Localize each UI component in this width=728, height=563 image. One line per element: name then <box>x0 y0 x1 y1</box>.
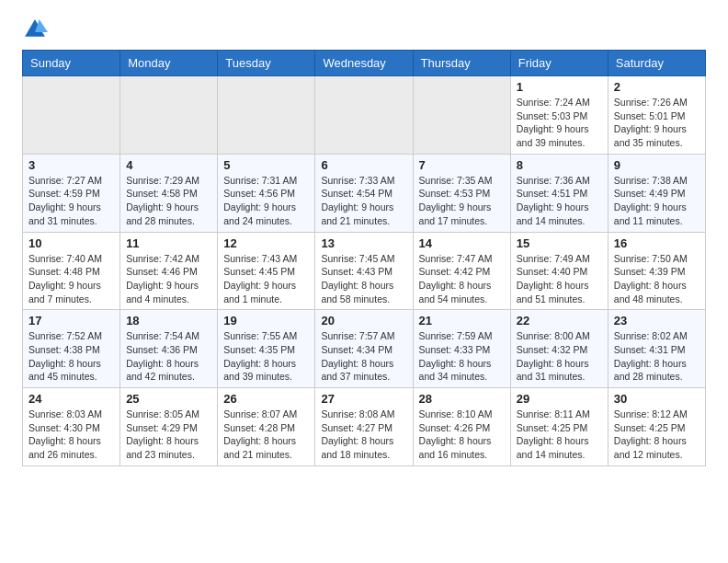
calendar-cell: 23Sunrise: 8:02 AM Sunset: 4:31 PM Dayli… <box>608 310 705 388</box>
day-info: Sunrise: 7:27 AM Sunset: 4:59 PM Dayligh… <box>28 174 114 228</box>
calendar-header-saturday: Saturday <box>608 51 705 76</box>
calendar-cell: 7Sunrise: 7:35 AM Sunset: 4:53 PM Daylig… <box>413 154 510 232</box>
calendar-week-row: 3Sunrise: 7:27 AM Sunset: 4:59 PM Daylig… <box>23 154 706 232</box>
calendar-cell: 2Sunrise: 7:26 AM Sunset: 5:01 PM Daylig… <box>608 76 705 155</box>
day-number: 22 <box>517 314 602 327</box>
day-info: Sunrise: 8:10 AM Sunset: 4:26 PM Dayligh… <box>419 408 505 462</box>
calendar-table: SundayMondayTuesdayWednesdayThursdayFrid… <box>22 50 706 466</box>
day-number: 20 <box>321 314 406 327</box>
calendar-cell: 11Sunrise: 7:42 AM Sunset: 4:46 PM Dayli… <box>120 232 218 310</box>
calendar-week-row: 17Sunrise: 7:52 AM Sunset: 4:38 PM Dayli… <box>23 310 706 388</box>
calendar-cell: 10Sunrise: 7:40 AM Sunset: 4:48 PM Dayli… <box>23 232 120 310</box>
calendar-cell: 13Sunrise: 7:45 AM Sunset: 4:43 PM Dayli… <box>315 232 413 310</box>
calendar-cell: 1Sunrise: 7:24 AM Sunset: 5:03 PM Daylig… <box>510 76 608 155</box>
calendar-cell <box>218 76 315 155</box>
calendar-cell: 9Sunrise: 7:38 AM Sunset: 4:49 PM Daylig… <box>608 154 705 232</box>
calendar-cell: 21Sunrise: 7:59 AM Sunset: 4:33 PM Dayli… <box>413 310 510 388</box>
day-number: 27 <box>321 392 406 406</box>
day-number: 2 <box>614 80 700 94</box>
day-info: Sunrise: 8:00 AM Sunset: 4:32 PM Dayligh… <box>517 329 602 384</box>
calendar-cell <box>315 76 413 155</box>
day-number: 5 <box>223 158 309 172</box>
day-number: 19 <box>223 314 309 327</box>
day-info: Sunrise: 7:36 AM Sunset: 4:51 PM Dayligh… <box>517 174 602 228</box>
day-number: 25 <box>126 392 211 406</box>
calendar-cell <box>23 76 120 155</box>
day-info: Sunrise: 7:33 AM Sunset: 4:54 PM Dayligh… <box>321 174 406 228</box>
day-info: Sunrise: 7:42 AM Sunset: 4:46 PM Dayligh… <box>126 252 211 306</box>
day-number: 12 <box>223 236 309 250</box>
day-number: 13 <box>321 236 406 250</box>
day-info: Sunrise: 7:55 AM Sunset: 4:35 PM Dayligh… <box>223 329 309 384</box>
calendar-cell: 20Sunrise: 7:57 AM Sunset: 4:34 PM Dayli… <box>315 310 413 388</box>
calendar-cell: 14Sunrise: 7:47 AM Sunset: 4:42 PM Dayli… <box>413 232 510 310</box>
calendar-cell: 27Sunrise: 8:08 AM Sunset: 4:27 PM Dayli… <box>315 388 413 466</box>
day-info: Sunrise: 7:50 AM Sunset: 4:39 PM Dayligh… <box>614 252 700 306</box>
calendar-cell: 12Sunrise: 7:43 AM Sunset: 4:45 PM Dayli… <box>218 232 315 310</box>
day-number: 29 <box>517 392 602 406</box>
day-info: Sunrise: 8:05 AM Sunset: 4:29 PM Dayligh… <box>126 408 211 462</box>
day-number: 30 <box>614 392 700 406</box>
calendar-header-wednesday: Wednesday <box>315 51 413 76</box>
calendar-cell: 6Sunrise: 7:33 AM Sunset: 4:54 PM Daylig… <box>315 154 413 232</box>
day-number: 15 <box>517 236 602 250</box>
day-info: Sunrise: 8:03 AM Sunset: 4:30 PM Dayligh… <box>28 408 114 462</box>
day-number: 6 <box>321 158 406 172</box>
day-info: Sunrise: 7:52 AM Sunset: 4:38 PM Dayligh… <box>28 329 114 384</box>
day-info: Sunrise: 7:40 AM Sunset: 4:48 PM Dayligh… <box>28 252 114 306</box>
calendar-wrapper: SundayMondayTuesdayWednesdayThursdayFrid… <box>0 50 728 477</box>
calendar-cell: 30Sunrise: 8:12 AM Sunset: 4:25 PM Dayli… <box>608 388 705 466</box>
calendar-cell: 5Sunrise: 7:31 AM Sunset: 4:56 PM Daylig… <box>218 154 315 232</box>
calendar-week-row: 1Sunrise: 7:24 AM Sunset: 5:03 PM Daylig… <box>23 76 706 155</box>
day-info: Sunrise: 7:43 AM Sunset: 4:45 PM Dayligh… <box>223 252 309 306</box>
day-number: 16 <box>614 236 700 250</box>
day-number: 14 <box>419 236 505 250</box>
day-number: 17 <box>28 314 114 327</box>
day-info: Sunrise: 8:07 AM Sunset: 4:28 PM Dayligh… <box>223 408 309 462</box>
calendar-header-friday: Friday <box>510 51 608 76</box>
calendar-cell <box>120 76 218 155</box>
calendar-cell: 16Sunrise: 7:50 AM Sunset: 4:39 PM Dayli… <box>608 232 705 310</box>
calendar-cell: 4Sunrise: 7:29 AM Sunset: 4:58 PM Daylig… <box>120 154 218 232</box>
calendar-cell: 28Sunrise: 8:10 AM Sunset: 4:26 PM Dayli… <box>413 388 510 466</box>
calendar-cell: 26Sunrise: 8:07 AM Sunset: 4:28 PM Dayli… <box>218 388 315 466</box>
day-number: 28 <box>419 392 505 406</box>
day-info: Sunrise: 7:49 AM Sunset: 4:40 PM Dayligh… <box>517 252 602 306</box>
day-number: 26 <box>223 392 309 406</box>
calendar-week-row: 10Sunrise: 7:40 AM Sunset: 4:48 PM Dayli… <box>23 232 706 310</box>
calendar-header-thursday: Thursday <box>413 51 510 76</box>
calendar-header-sunday: Sunday <box>23 51 120 76</box>
calendar-cell: 18Sunrise: 7:54 AM Sunset: 4:36 PM Dayli… <box>120 310 218 388</box>
logo-icon <box>22 17 48 42</box>
day-info: Sunrise: 7:54 AM Sunset: 4:36 PM Dayligh… <box>126 329 211 384</box>
day-info: Sunrise: 7:45 AM Sunset: 4:43 PM Dayligh… <box>321 252 406 306</box>
day-number: 24 <box>28 392 114 406</box>
day-number: 7 <box>419 158 505 172</box>
calendar-cell: 19Sunrise: 7:55 AM Sunset: 4:35 PM Dayli… <box>218 310 315 388</box>
calendar-cell: 17Sunrise: 7:52 AM Sunset: 4:38 PM Dayli… <box>23 310 120 388</box>
day-info: Sunrise: 7:26 AM Sunset: 5:01 PM Dayligh… <box>614 96 700 150</box>
day-number: 3 <box>28 158 114 172</box>
day-info: Sunrise: 7:35 AM Sunset: 4:53 PM Dayligh… <box>419 174 505 228</box>
calendar-cell <box>413 76 510 155</box>
logo <box>22 17 51 42</box>
day-number: 21 <box>419 314 505 327</box>
day-info: Sunrise: 7:57 AM Sunset: 4:34 PM Dayligh… <box>321 329 406 384</box>
day-info: Sunrise: 7:38 AM Sunset: 4:49 PM Dayligh… <box>614 174 700 228</box>
day-info: Sunrise: 8:08 AM Sunset: 4:27 PM Dayligh… <box>321 408 406 462</box>
day-number: 1 <box>517 80 602 94</box>
day-info: Sunrise: 7:59 AM Sunset: 4:33 PM Dayligh… <box>419 329 505 384</box>
calendar-cell: 29Sunrise: 8:11 AM Sunset: 4:25 PM Dayli… <box>510 388 608 466</box>
calendar-cell: 24Sunrise: 8:03 AM Sunset: 4:30 PM Dayli… <box>23 388 120 466</box>
day-number: 9 <box>614 158 700 172</box>
calendar-cell: 8Sunrise: 7:36 AM Sunset: 4:51 PM Daylig… <box>510 154 608 232</box>
day-info: Sunrise: 8:12 AM Sunset: 4:25 PM Dayligh… <box>614 408 700 462</box>
day-info: Sunrise: 7:24 AM Sunset: 5:03 PM Dayligh… <box>517 96 602 150</box>
day-info: Sunrise: 7:47 AM Sunset: 4:42 PM Dayligh… <box>419 252 505 306</box>
calendar-header-row: SundayMondayTuesdayWednesdayThursdayFrid… <box>23 51 706 76</box>
calendar-header-monday: Monday <box>120 51 218 76</box>
day-number: 10 <box>28 236 114 250</box>
calendar-header-tuesday: Tuesday <box>218 51 315 76</box>
calendar-cell: 22Sunrise: 8:00 AM Sunset: 4:32 PM Dayli… <box>510 310 608 388</box>
day-number: 11 <box>126 236 211 250</box>
